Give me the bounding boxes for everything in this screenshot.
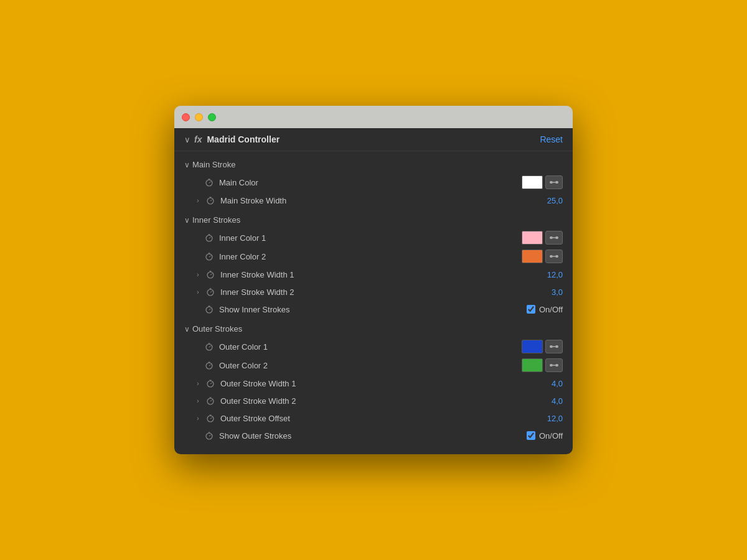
- svg-line-14: [209, 237, 211, 238]
- section-label-outer: Outer Strokes: [192, 324, 242, 334]
- svg-rect-41: [550, 345, 553, 348]
- row-inner-color-2: Inner Color 2: [174, 247, 573, 266]
- color-control-outer-1: [522, 340, 563, 353]
- svg-rect-48: [550, 364, 553, 366]
- close-button[interactable]: [182, 113, 190, 121]
- section-chevron-outer: ∨: [184, 325, 190, 334]
- expand-chevron-outer-offset[interactable]: ›: [197, 414, 203, 422]
- checkbox-show-outer[interactable]: [527, 431, 535, 440]
- svg-rect-49: [555, 364, 558, 366]
- main-window: ∨ fx Madrid Controller Reset ∨ Main Stro…: [174, 106, 573, 454]
- stopwatch-outer-color-2[interactable]: [204, 360, 214, 370]
- section-inner-strokes[interactable]: ∨ Inner Strokes: [174, 212, 573, 228]
- expand-chevron-inner-width-1[interactable]: ›: [197, 271, 203, 278]
- stopwatch-main-color[interactable]: [204, 177, 214, 187]
- stopwatch-outer-width-1[interactable]: [205, 378, 215, 388]
- svg-line-21: [209, 256, 211, 257]
- value-inner-stroke-width-1[interactable]: 12,0: [547, 270, 563, 279]
- svg-line-28: [210, 274, 212, 275]
- swatch-main-color[interactable]: [522, 175, 543, 189]
- svg-line-62: [210, 418, 212, 419]
- row-outer-color-1: Outer Color 1: [174, 337, 573, 356]
- swatch-inner-color-2[interactable]: [522, 250, 543, 263]
- svg-line-32: [210, 291, 212, 292]
- color-control-inner-2: [522, 250, 563, 263]
- link-btn-inner-color-1[interactable]: [545, 231, 563, 245]
- value-outer-stroke-width-2[interactable]: 4,0: [552, 396, 563, 406]
- row-inner-stroke-width-2: › Inner Stroke Width 2 3,0: [174, 283, 573, 301]
- checkbox-control-inner: On/Off: [527, 305, 563, 314]
- panel-header: ∨ fx Madrid Controller Reset: [174, 128, 573, 151]
- section-label-main: Main Stroke: [192, 160, 235, 169]
- row-main-color: Main Color: [174, 173, 573, 192]
- checkbox-control-outer: On/Off: [527, 431, 563, 441]
- row-outer-color-2: Outer Color 2: [174, 356, 573, 375]
- row-inner-color-1: Inner Color 1: [174, 228, 573, 247]
- svg-rect-23: [555, 255, 558, 258]
- stopwatch-show-outer[interactable]: [204, 431, 214, 441]
- stopwatch-show-inner[interactable]: [204, 304, 214, 314]
- label-inner-color-1: Inner Color 1: [219, 233, 522, 243]
- value-inner-stroke-width-2[interactable]: 3,0: [552, 287, 563, 297]
- minimize-button[interactable]: [195, 113, 203, 121]
- label-show-outer-strokes: Show Outer Strokes: [219, 431, 527, 441]
- label-outer-stroke-offset: Outer Stroke Offset: [220, 414, 547, 423]
- value-outer-stroke-offset[interactable]: 12,0: [547, 414, 563, 423]
- link-btn-outer-color-1[interactable]: [545, 340, 563, 353]
- color-control-main: [522, 175, 563, 189]
- svg-line-47: [209, 365, 211, 366]
- stopwatch-inner-width-2[interactable]: [205, 287, 215, 297]
- label-inner-stroke-width-1: Inner Stroke Width 1: [220, 270, 547, 279]
- row-main-stroke-width: › Main Stroke Width 25,0: [174, 192, 573, 209]
- svg-line-66: [209, 435, 211, 436]
- link-btn-inner-color-2[interactable]: [545, 250, 563, 263]
- stopwatch-outer-color-1[interactable]: [204, 342, 214, 352]
- swatch-outer-color-1[interactable]: [522, 340, 543, 353]
- link-btn-outer-color-2[interactable]: [545, 358, 563, 372]
- row-outer-stroke-width-2: › Outer Stroke Width 2 4,0: [174, 392, 573, 409]
- stopwatch-inner-width-1[interactable]: [205, 269, 215, 279]
- section-chevron-inner: ∨: [184, 216, 190, 225]
- expand-chevron-outer-width-2[interactable]: ›: [197, 397, 203, 404]
- svg-line-10: [210, 200, 212, 201]
- swatch-inner-color-1[interactable]: [522, 231, 543, 245]
- svg-line-58: [210, 400, 212, 401]
- expand-chevron-outer-width-1[interactable]: ›: [197, 380, 203, 387]
- collapse-chevron[interactable]: ∨: [184, 135, 190, 144]
- label-outer-stroke-width-2: Outer Stroke Width 2: [220, 396, 552, 406]
- section-chevron-main: ∨: [184, 161, 190, 169]
- stopwatch-main-width[interactable]: [205, 195, 215, 205]
- row-show-outer-strokes: Show Outer Strokes On/Off: [174, 427, 573, 444]
- stopwatch-outer-width-2[interactable]: [205, 396, 215, 406]
- section-outer-strokes[interactable]: ∨ Outer Strokes: [174, 320, 573, 337]
- value-main-stroke-width[interactable]: 25,0: [547, 196, 563, 205]
- svg-line-40: [209, 346, 211, 347]
- row-outer-stroke-width-1: › Outer Stroke Width 1 4,0: [174, 375, 573, 392]
- panel-content: ∨ fx Madrid Controller Reset ∨ Main Stro…: [174, 128, 573, 454]
- svg-rect-15: [550, 236, 553, 239]
- label-inner-stroke-width-2: Inner Stroke Width 2: [220, 287, 552, 297]
- stopwatch-outer-offset[interactable]: [205, 413, 215, 423]
- svg-rect-4: [550, 181, 553, 184]
- reset-button[interactable]: Reset: [540, 134, 563, 144]
- stopwatch-inner-color-1[interactable]: [204, 233, 214, 243]
- section-main-stroke[interactable]: ∨ Main Stroke: [174, 156, 573, 173]
- expand-chevron-inner-width-2[interactable]: ›: [197, 288, 203, 296]
- svg-rect-16: [555, 236, 558, 239]
- maximize-button[interactable]: [208, 113, 216, 121]
- label-outer-color-1: Outer Color 1: [219, 342, 522, 352]
- link-btn-main-color[interactable]: [545, 175, 563, 189]
- row-show-inner-strokes: Show Inner Strokes On/Off: [174, 301, 573, 318]
- expand-chevron-main-width[interactable]: ›: [197, 197, 203, 204]
- svg-rect-42: [555, 345, 558, 348]
- swatch-outer-color-2[interactable]: [522, 358, 543, 372]
- svg-line-36: [209, 309, 211, 310]
- row-outer-stroke-offset: › Outer Stroke Offset 12,0: [174, 409, 573, 427]
- stopwatch-inner-color-2[interactable]: [204, 251, 214, 261]
- titlebar: [174, 106, 573, 128]
- section-label-inner: Inner Strokes: [192, 215, 240, 225]
- value-outer-stroke-width-1[interactable]: 4,0: [552, 379, 563, 388]
- panel-title: Madrid Controller: [207, 134, 540, 144]
- checkbox-show-inner[interactable]: [527, 305, 535, 314]
- label-inner-color-2: Inner Color 2: [219, 252, 522, 261]
